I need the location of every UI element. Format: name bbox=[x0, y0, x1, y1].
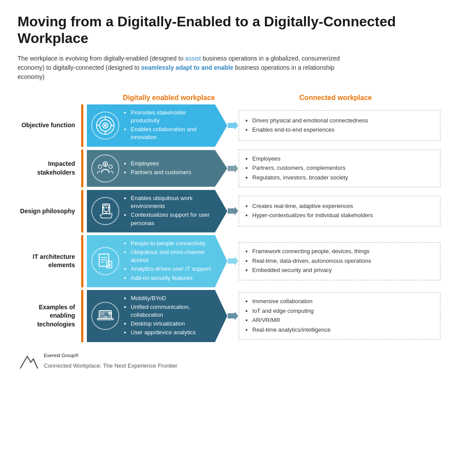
subtitle-text-before: The workplace is evolving from digitally… bbox=[18, 55, 185, 62]
svg-marker-37 bbox=[228, 311, 238, 320]
list-item: People-to-people connectivity bbox=[131, 240, 214, 247]
svg-point-34 bbox=[109, 313, 110, 314]
diagram-header: Digitally enabled workplace Connected wo… bbox=[88, 94, 440, 102]
svg-point-18 bbox=[103, 207, 104, 208]
row-row-5: Examples of enabling technologies Mobili… bbox=[18, 290, 440, 342]
list-item: Desktop virtualization bbox=[131, 320, 214, 328]
mountain-icon bbox=[18, 353, 39, 369]
left-bullets-1: EmployeesPartners and customers bbox=[125, 160, 214, 177]
svg-point-10 bbox=[98, 165, 102, 168]
svg-rect-32 bbox=[104, 316, 107, 319]
right-bullets-3: Framework connecting people, devices, th… bbox=[245, 247, 371, 276]
arrow-left-1: $ EmployeesPartners and customers bbox=[87, 150, 227, 187]
list-item: Enables ubiquitous work environments bbox=[131, 194, 214, 210]
row-row-2: Impacted stakeholders $ EmployeesPartner… bbox=[18, 150, 440, 188]
svg-point-11 bbox=[109, 165, 112, 168]
rows-container: Objective function Promotes stakeholder … bbox=[18, 104, 440, 342]
list-item: Employees bbox=[252, 154, 348, 163]
svg-marker-21 bbox=[228, 207, 238, 215]
list-item: Drives physical and emotional connectedn… bbox=[252, 116, 368, 125]
footer-tagline: Connected Workplace: The Next Experience… bbox=[44, 362, 177, 369]
list-item: Framework connecting people, devices, th… bbox=[252, 247, 371, 256]
list-item: Mobility/BYoD bbox=[131, 294, 214, 302]
row-label-3: IT architecture elements bbox=[18, 253, 81, 270]
row-row-3: Design philosophy Enables ubiquitous wor… bbox=[18, 190, 440, 233]
orange-bar-1 bbox=[81, 150, 83, 188]
list-item: Creates real-time, adaptive experiences bbox=[252, 202, 373, 211]
arrow-left-2: Enables ubiquitous work environmentsCont… bbox=[87, 190, 227, 233]
row-label-0: Objective function bbox=[18, 121, 81, 130]
footer-brand: Everest Group® bbox=[44, 353, 177, 362]
arrow-left-4: Mobility/BYoDUnified communication, coll… bbox=[87, 290, 227, 342]
icon-circle-3 bbox=[91, 247, 119, 275]
list-item: Enables collaboration and innovation bbox=[131, 125, 214, 141]
list-item: Add-on security features bbox=[131, 274, 214, 282]
svg-point-7 bbox=[104, 124, 107, 127]
svg-text:$: $ bbox=[104, 163, 107, 167]
row-row-1: Objective function Promotes stakeholder … bbox=[18, 104, 440, 147]
row-label-4: Examples of enabling technologies bbox=[18, 303, 81, 329]
list-item: IoT and edge computing bbox=[252, 307, 330, 315]
left-bullets-3: People-to-people connectivityUbiquitous … bbox=[125, 240, 214, 283]
orange-bar-2 bbox=[81, 190, 83, 233]
orange-bar-0 bbox=[81, 104, 83, 147]
right-box-1: EmployeesPartners, customers, complement… bbox=[239, 150, 440, 188]
list-item: Enables end-to-end experiences bbox=[252, 125, 368, 134]
svg-marker-14 bbox=[228, 164, 238, 173]
right-box-2: Creates real-time, adaptive experiencesH… bbox=[239, 196, 440, 226]
arrow-left-0: Promotes stakeholder productivityEnables… bbox=[87, 104, 227, 147]
right-bullets-4: Immersive collaborationIoT and edge comp… bbox=[245, 297, 330, 335]
subtitle-assist: assist bbox=[185, 55, 201, 62]
icon-circle-1: $ bbox=[91, 154, 119, 183]
page-title: Moving from a Digitally-Enabled to a Dig… bbox=[18, 13, 440, 47]
svg-point-17 bbox=[106, 212, 107, 214]
subtitle: The workplace is evolving from digitally… bbox=[18, 54, 360, 82]
footer-text-group: Everest Group® Connected Workplace: The … bbox=[44, 353, 177, 369]
row-row-4: IT architecture elements People-to-peopl… bbox=[18, 235, 440, 287]
list-item: Real-time analytics/intelligence bbox=[252, 326, 330, 334]
orange-bar-4 bbox=[81, 290, 83, 342]
right-bullets-2: Creates real-time, adaptive experiencesH… bbox=[245, 202, 373, 221]
svg-point-20 bbox=[108, 207, 110, 208]
right-bullets-1: EmployeesPartners, customers, complement… bbox=[245, 154, 348, 183]
list-item: Embedded security and privacy bbox=[252, 266, 371, 275]
list-item: AR/VR/MR bbox=[252, 316, 330, 325]
connector-arrow-1 bbox=[227, 163, 239, 174]
list-item: Immersive collaboration bbox=[252, 297, 330, 306]
icon-circle-0 bbox=[91, 111, 119, 140]
list-item: Contextualizes support for user personas bbox=[131, 211, 214, 227]
list-item: Promotes stakeholder productivity bbox=[131, 109, 214, 125]
right-box-0: Drives physical and emotional connectedn… bbox=[239, 110, 440, 141]
connector-arrow-4 bbox=[227, 311, 239, 321]
connector-arrow-0 bbox=[227, 120, 239, 131]
list-item: Unified communication, collaboration bbox=[131, 303, 214, 319]
icon-circle-4 bbox=[91, 302, 119, 330]
list-item: Partners and customers bbox=[131, 168, 214, 176]
footer: Everest Group® Connected Workplace: The … bbox=[18, 353, 440, 369]
row-label-1: Impacted stakeholders bbox=[18, 160, 81, 177]
left-bullets-2: Enables ubiquitous work environmentsCont… bbox=[125, 194, 214, 228]
right-box-3: Framework connecting people, devices, th… bbox=[239, 242, 440, 280]
svg-marker-8 bbox=[228, 121, 238, 130]
list-item: Employees bbox=[131, 160, 214, 168]
list-item: Hyper-contextualizes for individual stak… bbox=[252, 211, 373, 220]
header-left: Digitally enabled workplace bbox=[88, 94, 250, 102]
footer-logo bbox=[18, 353, 39, 369]
list-item: Analytics-driven user IT support bbox=[131, 265, 214, 273]
list-item: Real-time, data-driven, autonomous opera… bbox=[252, 257, 371, 265]
left-bullets-0: Promotes stakeholder productivityEnables… bbox=[125, 109, 214, 143]
list-item: Partners, customers, complementors bbox=[252, 164, 348, 172]
row-label-2: Design philosophy bbox=[18, 207, 81, 216]
svg-marker-29 bbox=[228, 257, 238, 265]
icon-circle-2 bbox=[91, 197, 119, 225]
connector-arrow-3 bbox=[227, 256, 239, 266]
trademark: ® bbox=[75, 353, 79, 358]
header-right: Connected workplace bbox=[254, 94, 417, 102]
left-bullets-4: Mobility/BYoDUnified communication, coll… bbox=[125, 294, 214, 338]
orange-bar-3 bbox=[81, 235, 83, 287]
svg-point-19 bbox=[105, 207, 107, 208]
right-bullets-0: Drives physical and emotional connectedn… bbox=[245, 116, 368, 135]
connector-arrow-2 bbox=[227, 206, 239, 216]
list-item: Ubiquitous and omni-channel access bbox=[131, 248, 214, 264]
arrow-left-3: People-to-people connectivityUbiquitous … bbox=[87, 235, 227, 287]
